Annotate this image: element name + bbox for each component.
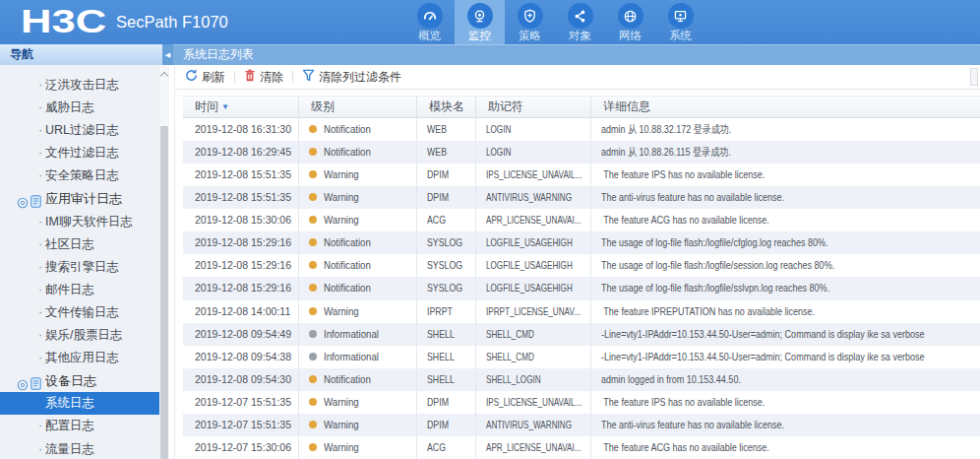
cell-mnemonic: SHELL_LOGIN — [475, 368, 590, 391]
cell-mnemonic: ANTIVIRUS_WARNING — [475, 186, 590, 209]
scrollbar-thumb[interactable] — [160, 126, 168, 459]
nav-item-gauge[interactable]: 概览 — [404, 0, 455, 44]
level-dot-icon — [309, 238, 317, 246]
col-module[interactable]: 模块名 — [416, 97, 475, 117]
refresh-icon — [185, 69, 198, 85]
share-icon — [568, 3, 593, 29]
table-row[interactable]: 2019-12-08 16:31:30NotificationWEBLOGINa… — [183, 118, 980, 141]
table-row[interactable]: 2019-12-08 15:51:35WarningDPIMIPS_LICENS… — [183, 164, 980, 186]
table-row[interactable]: 2019-12-08 15:29:16NotificationSYSLOGLOG… — [183, 231, 980, 254]
gauge-icon — [417, 3, 443, 29]
sidebar-item[interactable]: ·配置日志 — [0, 415, 159, 437]
table-body: 2019-12-08 16:31:30NotificationWEBLOGINa… — [183, 118, 980, 459]
level-dot-icon — [309, 148, 317, 156]
col-time[interactable]: 时间▼ — [183, 97, 298, 117]
level-dot-icon — [309, 261, 317, 269]
cell-mnemonic: IPS_LICENSE_UNAVAIL... — [475, 164, 590, 186]
sidebar-item[interactable]: ·URL过滤日志 — [0, 119, 159, 142]
col-detail[interactable]: 详细信息 — [590, 97, 980, 117]
cell-time: 2019-12-08 15:30:06 — [183, 209, 298, 231]
level-dot-icon — [309, 284, 317, 292]
cell-detail: admin 从 10.88.32.172 登录成功. — [590, 118, 980, 141]
sidebar-item[interactable]: ·威胁日志 — [0, 97, 159, 119]
level-dot-icon — [309, 193, 317, 201]
cell-mnemonic: LOGIN — [475, 118, 590, 141]
cell-mnemonic: LOGFILE_USAGEHIGH — [475, 231, 590, 254]
sidebar-item[interactable]: ·流量日志 — [0, 438, 159, 459]
table-row[interactable]: 2019-12-08 15:51:35WarningDPIMANTIVIRUS_… — [183, 186, 980, 209]
sidebar-item[interactable]: 应用审计日志 — [0, 187, 159, 210]
table-row[interactable]: 2019-12-08 15:29:16NotificationSYSLOGLOG… — [183, 277, 980, 299]
table-row[interactable]: 2019-12-07 15:30:06WarningACGAPR_LICENSE… — [183, 436, 980, 459]
h3c-logo: H3C — [21, 3, 106, 40]
nav-item-monitor[interactable]: 监控 — [455, 0, 505, 44]
cell-time: 2019-12-08 09:54:49 — [183, 323, 298, 346]
nav-item-shield[interactable]: 策略 — [505, 0, 555, 44]
table-header: 时间▼ 级别 模块名 助记符 详细信息 — [183, 96, 980, 118]
nav-item-system[interactable]: 系统 — [655, 0, 705, 44]
sidebar-item[interactable]: ·娱乐/股票日志 — [0, 324, 159, 347]
main-panel: 刷新 清除 清除列过滤条件 时间▼ 级别 模块名 助记符 详细信息 2019-1… — [175, 65, 980, 459]
sidebar-item[interactable]: ·安全策略日志 — [0, 164, 159, 187]
sidebar-item[interactable]: ·泛洪攻击日志 — [0, 74, 159, 97]
sort-desc-icon[interactable]: ▼ — [221, 102, 229, 111]
cell-time: 2019-12-08 16:31:30 — [183, 118, 298, 141]
table-row[interactable]: 2019-12-08 09:54:38InformationalSHELLSHE… — [183, 346, 980, 368]
cell-module: SYSLOG — [416, 277, 475, 299]
sidebar-item[interactable]: ·邮件日志 — [0, 279, 159, 301]
table-row[interactable]: 2019-12-08 09:54:30NotificationSHELLSHEL… — [183, 368, 980, 391]
clear-filters-button[interactable]: 清除列过滤条件 — [302, 69, 401, 86]
table-row[interactable]: 2019-12-08 16:29:45NotificationWEBLOGINa… — [183, 141, 980, 164]
cell-module: SYSLOG — [416, 254, 475, 277]
cell-module: DPIM — [416, 414, 475, 436]
system-icon — [668, 3, 694, 29]
scroll-up-arrow-icon[interactable] — [160, 72, 168, 80]
table-row[interactable]: 2019-12-07 15:51:35WarningDPIMIPS_LICENS… — [183, 391, 980, 414]
level-dot-icon — [309, 421, 317, 428]
sidebar-header: 导航 — [0, 44, 162, 65]
sidebar-collapse-handle[interactable]: ◀ — [162, 44, 173, 65]
toolbar: 刷新 清除 清除列过滤条件 — [175, 65, 980, 90]
table-row[interactable]: 2019-12-07 15:51:35WarningDPIMANTIVIRUS_… — [183, 414, 980, 436]
sidebar-item[interactable]: ·其他应用日志 — [0, 347, 159, 369]
table-row[interactable]: 2019-12-08 15:30:06WarningACGAPR_LICENSE… — [183, 209, 980, 231]
sidebar-item[interactable]: 设备日志 — [0, 369, 159, 392]
toolbar-corner-box[interactable] — [970, 68, 978, 86]
sidebar-item[interactable]: ·文件传输日志 — [0, 301, 159, 324]
level-dot-icon — [309, 307, 317, 315]
clear-button[interactable]: 清除 — [244, 69, 283, 86]
sidebar-item[interactable]: ·搜索引擎日志 — [0, 256, 159, 279]
cell-time: 2019-12-08 16:29:45 — [183, 141, 298, 164]
table-row[interactable]: 2019-12-08 14:00:11WarningIPRPTIPRPT_LIC… — [183, 300, 980, 323]
cell-module: WEB — [416, 118, 475, 141]
sidebar-item[interactable]: ·IM聊天软件日志 — [0, 211, 159, 233]
cell-detail: -Line=vty1-IPAddr=10.153.44.50-User=admi… — [590, 346, 980, 368]
cell-detail: The usage of log-file flash:/logfile/ses… — [590, 254, 980, 277]
cell-detail: The anti-virus feature has no available … — [590, 186, 980, 209]
cell-level: Notification — [298, 368, 416, 391]
cell-level: Notification — [298, 231, 416, 254]
level-dot-icon — [309, 375, 317, 383]
sidebar-scrollbar[interactable] — [159, 65, 169, 459]
sidebar-item[interactable]: ·社区日志 — [0, 233, 159, 256]
cell-mnemonic: LOGFILE_USAGEHIGH — [475, 254, 590, 277]
col-mnemonic[interactable]: 助记符 — [475, 97, 590, 117]
nav-item-globe[interactable]: 网络 — [605, 0, 655, 44]
sidebar-item[interactable]: ·文件过滤日志 — [0, 142, 159, 164]
cell-level: Warning — [298, 391, 416, 414]
table-row[interactable]: 2019-12-08 09:54:49InformationalSHELLSHE… — [183, 323, 980, 346]
tab-system-log-list[interactable]: 系统日志列表 — [173, 44, 980, 65]
funnel-icon — [302, 69, 315, 85]
refresh-button[interactable]: 刷新 — [185, 69, 225, 86]
cell-detail: The feature ACG has no available license… — [590, 209, 980, 231]
level-dot-icon — [309, 443, 317, 451]
col-level[interactable]: 级别 — [298, 97, 416, 117]
sidebar-item[interactable]: ·系统日志 — [0, 392, 159, 415]
cell-mnemonic: APR_LICENSE_UNAVAI... — [475, 436, 590, 459]
nav-item-share[interactable]: 对象 — [555, 0, 605, 44]
cell-module: ACG — [416, 436, 475, 459]
cell-time: 2019-12-08 09:54:30 — [183, 368, 298, 391]
cell-level: Informational — [298, 346, 416, 368]
cell-time: 2019-12-08 15:51:35 — [183, 186, 298, 209]
table-row[interactable]: 2019-12-08 15:29:16NotificationSYSLOGLOG… — [183, 254, 980, 277]
